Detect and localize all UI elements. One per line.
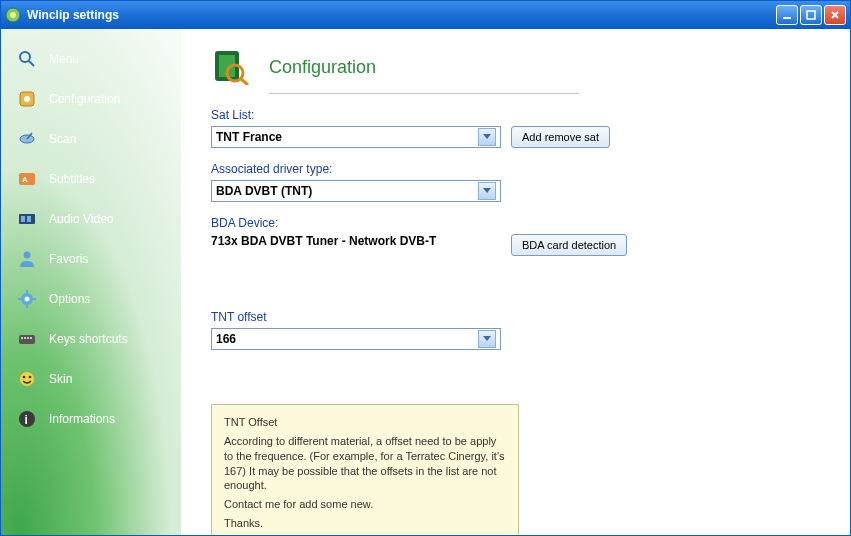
sidebar-item-informations[interactable]: i Informations (1, 399, 181, 439)
svg-point-17 (24, 252, 31, 259)
skin-icon (17, 369, 37, 389)
chevron-down-icon (478, 128, 496, 146)
window-controls (776, 5, 846, 25)
tnt-offset-label: TNT offset (211, 310, 820, 324)
svg-point-31 (29, 376, 32, 379)
tnt-offset-value: 166 (216, 332, 236, 346)
info-line: According to different material, a offse… (224, 434, 506, 493)
svg-point-29 (20, 372, 34, 386)
app-window: Winclip settings Menu Configuration Scan… (0, 0, 851, 536)
info-line: Thanks. (224, 516, 506, 531)
satlist-value: TNT France (216, 130, 282, 144)
info-icon: i (17, 409, 37, 429)
sidebar-item-label: Skin (49, 372, 72, 386)
content-area: Configuration Sat List: TNT France Add r… (181, 29, 850, 535)
sidebar-item-label: Subtitles (49, 172, 95, 186)
sidebar-item-favoris[interactable]: Favoris (1, 239, 181, 279)
audiovideo-icon (17, 209, 37, 229)
tnt-offset-select[interactable]: 166 (211, 328, 501, 350)
page-title: Configuration (269, 57, 376, 78)
magnifier-icon (17, 49, 37, 69)
svg-rect-24 (19, 335, 35, 344)
sidebar-item-label: Menu (49, 52, 79, 66)
title-divider (269, 93, 579, 94)
sidebar: Menu Configuration Scan A Subtitles Audi… (1, 29, 181, 535)
scan-icon (17, 129, 37, 149)
sidebar-item-configuration[interactable]: Configuration (1, 79, 181, 119)
svg-rect-26 (24, 337, 26, 339)
driver-value: BDA DVBT (TNT) (216, 184, 312, 198)
svg-line-37 (241, 79, 248, 85)
bda-device-value: 713x BDA DVBT Tuner - Network DVB-T (211, 234, 501, 248)
satlist-select[interactable]: TNT France (211, 126, 501, 148)
page-header-icon (211, 49, 251, 85)
info-title: TNT Offset (224, 415, 506, 430)
svg-text:A: A (22, 175, 28, 184)
svg-point-1 (10, 12, 16, 18)
svg-text:i: i (25, 413, 28, 427)
svg-rect-25 (21, 337, 23, 339)
svg-rect-15 (21, 216, 25, 222)
svg-line-7 (29, 61, 34, 66)
chevron-down-icon (478, 182, 496, 200)
user-icon (17, 249, 37, 269)
sidebar-item-audiovideo[interactable]: Audio Video (1, 199, 181, 239)
sidebar-item-label: Configuration (49, 92, 120, 106)
sidebar-item-label: Informations (49, 412, 115, 426)
subtitles-icon: A (17, 169, 37, 189)
svg-point-19 (25, 297, 30, 302)
titlebar: Winclip settings (1, 1, 850, 29)
svg-rect-3 (807, 11, 815, 19)
bda-card-detection-button[interactable]: BDA card detection (511, 234, 627, 256)
sidebar-item-label: Favoris (49, 252, 88, 266)
svg-point-6 (20, 52, 30, 62)
gear-icon (17, 289, 37, 309)
svg-rect-27 (27, 337, 29, 339)
close-button[interactable] (824, 5, 846, 25)
sidebar-item-keyshortcuts[interactable]: Keys shortcuts (1, 319, 181, 359)
chevron-down-icon (478, 330, 496, 348)
svg-rect-2 (783, 17, 791, 19)
sidebar-item-label: Options (49, 292, 90, 306)
satlist-label: Sat List: (211, 108, 820, 122)
bda-device-label: BDA Device: (211, 216, 820, 230)
config-icon (17, 89, 37, 109)
sidebar-item-skin[interactable]: Skin (1, 359, 181, 399)
svg-rect-16 (27, 216, 31, 222)
svg-point-9 (24, 96, 30, 102)
minimize-button[interactable] (776, 5, 798, 25)
sidebar-item-menu[interactable]: Menu (1, 39, 181, 79)
tnt-offset-info-box: TNT Offset According to different materi… (211, 404, 519, 535)
window-title: Winclip settings (27, 8, 776, 22)
svg-rect-28 (30, 337, 32, 339)
add-remove-sat-button[interactable]: Add remove sat (511, 126, 610, 148)
sidebar-item-options[interactable]: Options (1, 279, 181, 319)
app-icon (5, 7, 21, 23)
sidebar-item-label: Audio Video (49, 212, 114, 226)
sidebar-item-label: Scan (49, 132, 76, 146)
driver-label: Associated driver type: (211, 162, 820, 176)
info-line: Contact me for add some new. (224, 497, 506, 512)
driver-select[interactable]: BDA DVBT (TNT) (211, 180, 501, 202)
sidebar-item-label: Keys shortcuts (49, 332, 128, 346)
keyboard-icon (17, 329, 37, 349)
maximize-button[interactable] (800, 5, 822, 25)
sidebar-item-scan[interactable]: Scan (1, 119, 181, 159)
svg-point-30 (23, 376, 26, 379)
sidebar-item-subtitles[interactable]: A Subtitles (1, 159, 181, 199)
